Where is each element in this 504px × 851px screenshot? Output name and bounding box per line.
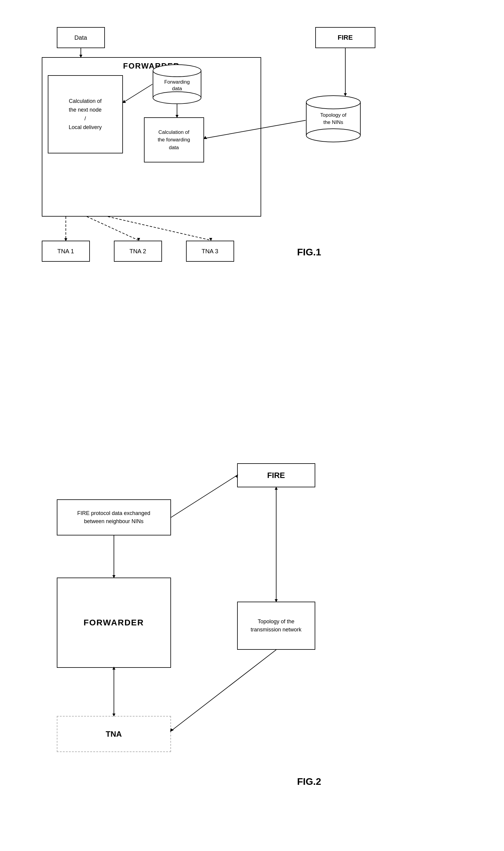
- forwarder-label-fig2: FORWARDER: [84, 618, 144, 627]
- tna-fig2-label: TNA: [106, 729, 122, 739]
- tna2-box: TNA 2: [114, 241, 162, 262]
- tna3-box: TNA 3: [186, 241, 234, 262]
- svg-text:Topology of: Topology of: [320, 112, 346, 118]
- tna-fig2-box: TNA: [57, 716, 171, 752]
- calc-next-node-label: Calculation ofthe next node/Local delive…: [69, 97, 102, 132]
- calc-next-node-box: Calculation ofthe next node/Local delive…: [48, 75, 123, 153]
- fire-box-top: FIRE: [315, 27, 375, 48]
- data-box: Data: [57, 27, 105, 48]
- calc-fwd-data-label: Calculation ofthe forwardingdata: [158, 128, 190, 152]
- data-label: Data: [74, 34, 87, 41]
- svg-line-26: [171, 475, 237, 517]
- svg-point-6: [306, 95, 360, 109]
- svg-line-37: [171, 650, 276, 731]
- svg-text:the NINs: the NINs: [323, 119, 343, 125]
- svg-marker-13: [344, 93, 347, 96]
- calc-fwd-data-box: Calculation ofthe forwardingdata: [144, 117, 204, 162]
- fig2-diagram: FIRE FIRE protocol data exchangedbetween…: [27, 445, 478, 851]
- fig2-title: FIG.2: [297, 776, 321, 787]
- fire-box-fig2: FIRE: [237, 463, 315, 487]
- topology-label: Topology of thetransmission network: [251, 618, 302, 634]
- fig1-diagram: Data FIRE FORWARDER Calculation ofthe ne…: [27, 18, 478, 403]
- fig1-title: FIG.1: [297, 247, 321, 258]
- svg-point-7: [306, 129, 360, 142]
- forwarder-label: FORWARDER: [123, 62, 180, 71]
- svg-rect-5: [306, 102, 360, 135]
- tna3-label: TNA 3: [202, 248, 218, 255]
- tna1-label: TNA 1: [57, 248, 74, 255]
- forwarder-box-fig2: FORWARDER: [57, 577, 171, 668]
- svg-line-24: [108, 216, 210, 240]
- svg-line-22: [87, 216, 138, 240]
- tna2-label: TNA 2: [129, 248, 146, 255]
- fire-label-top: FIRE: [338, 34, 353, 41]
- fire-label-fig2: FIRE: [267, 471, 285, 480]
- topology-box: Topology of thetransmission network: [237, 602, 315, 650]
- fire-protocol-box: FIRE protocol data exchangedbetween neig…: [57, 499, 171, 536]
- tna1-box: TNA 1: [42, 241, 90, 262]
- fire-protocol-label: FIRE protocol data exchangedbetween neig…: [77, 509, 150, 525]
